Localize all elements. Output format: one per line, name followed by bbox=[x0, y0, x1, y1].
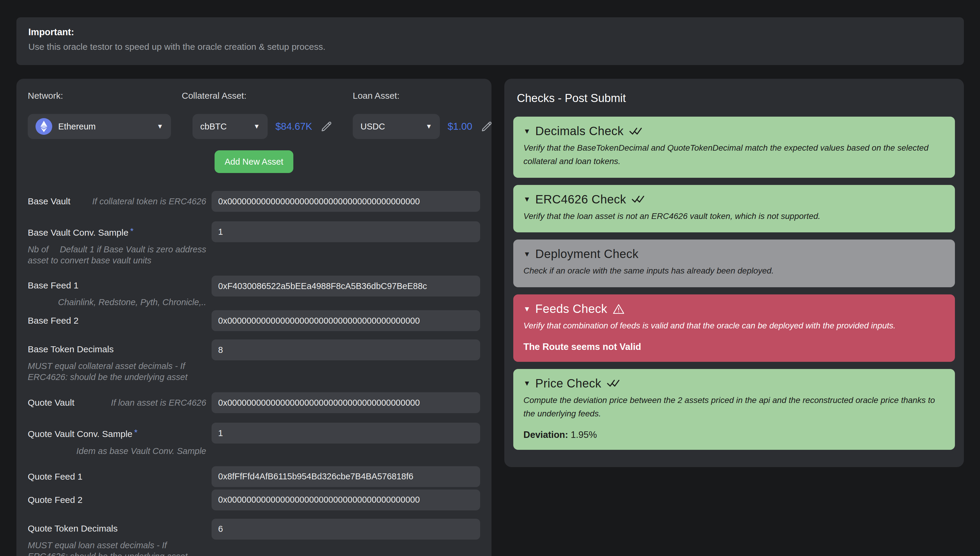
loan-label: Loan Asset: bbox=[353, 91, 493, 101]
checks-title: Checks - Post Submit bbox=[517, 92, 955, 105]
form-row-quote-vault: Quote Vault If loan asset is ERC4626 bbox=[28, 392, 480, 413]
edit-price-icon[interactable] bbox=[320, 120, 333, 133]
quote-vault-conv-label: Quote Vault Conv. Sample bbox=[28, 429, 133, 439]
check-card-erc4626[interactable]: ▼ ERC4626 Check Verify that the loan ass… bbox=[513, 185, 955, 233]
base-feed-1-input[interactable] bbox=[212, 276, 480, 296]
chevron-down-icon: ▼ bbox=[524, 195, 530, 204]
double-check-icon bbox=[631, 194, 645, 204]
chevron-down-icon: ▼ bbox=[524, 127, 530, 136]
base-vault-label: Base Vault bbox=[28, 196, 70, 207]
check-card-title: ERC4626 Check bbox=[535, 193, 626, 206]
base-vault-conv-sample-input[interactable] bbox=[212, 221, 480, 242]
form-row-quote-feed-2: Quote Feed 2 bbox=[28, 490, 480, 510]
quote-vault-conv-sample-input[interactable] bbox=[212, 423, 480, 444]
check-card-description: Check if an oracle with the same inputs … bbox=[524, 264, 945, 278]
network-group: Network: Ethereum ▼ bbox=[28, 91, 171, 139]
double-check-icon bbox=[607, 378, 620, 388]
deviation-label: Deviation: bbox=[524, 430, 568, 440]
loan-select[interactable]: USDC ▼ bbox=[353, 114, 440, 139]
important-banner: Important: Use this oracle testor to spe… bbox=[16, 17, 964, 65]
quote-vault-conv-hint: Idem as base Vault Conv. Sample bbox=[28, 446, 206, 457]
base-vault-input[interactable] bbox=[212, 191, 480, 212]
chevron-down-icon: ▼ bbox=[425, 123, 432, 130]
form-row-base-token-decimals: Base Token Decimals MUST equal collatera… bbox=[28, 339, 480, 383]
chevron-down-icon: ▼ bbox=[524, 250, 530, 258]
deviation-value: 1.95% bbox=[571, 430, 597, 440]
ethereum-icon bbox=[36, 118, 52, 135]
warning-icon bbox=[613, 304, 624, 314]
check-card-description: Verify that the loan asset is not an ERC… bbox=[524, 210, 945, 223]
form-row-quote-feed-1: Quote Feed 1 bbox=[28, 466, 480, 487]
base-token-decimals-label: Base Token Decimals bbox=[28, 344, 114, 354]
base-vault-conv-hint-below: asset to convert base vault units bbox=[28, 255, 206, 266]
chevron-down-icon: ▼ bbox=[253, 123, 260, 130]
form-row-base-feed-1: Base Feed 1 Chainlink, Redstone, Pyth, C… bbox=[28, 276, 480, 308]
required-asterisk: * bbox=[130, 226, 133, 236]
check-card-feeds[interactable]: ▼ Feeds Check Verify that combination of… bbox=[513, 294, 955, 362]
form-row-base-vault-conv-sample: Base Vault Conv. Sample* Nb of Default 1… bbox=[28, 221, 480, 266]
quote-feed-1-input[interactable] bbox=[212, 466, 480, 487]
form-row-base-feed-2: Base Feed 2 bbox=[28, 310, 480, 331]
base-token-decimals-hint: MUST equal collateral asset decimals - I… bbox=[28, 360, 206, 383]
loan-value: USDC bbox=[361, 122, 385, 131]
network-value: Ethereum bbox=[58, 122, 96, 131]
price-check-result: Deviation: 1.95% bbox=[524, 430, 945, 440]
chevron-down-icon: ▼ bbox=[524, 305, 530, 313]
collateral-value: cbBTC bbox=[200, 122, 227, 131]
quote-vault-input[interactable] bbox=[212, 392, 480, 413]
required-asterisk: * bbox=[134, 428, 137, 437]
quote-vault-label: Quote Vault bbox=[28, 398, 74, 408]
chevron-down-icon: ▼ bbox=[524, 379, 530, 388]
collateral-group: Collateral Asset: cbBTC ▼ $84.67K bbox=[182, 91, 333, 139]
base-feed-2-label: Base Feed 2 bbox=[28, 315, 78, 326]
quote-token-decimals-input[interactable] bbox=[212, 519, 480, 540]
base-vault-conv-label: Base Vault Conv. Sample bbox=[28, 228, 128, 238]
network-select[interactable]: Ethereum ▼ bbox=[28, 114, 171, 139]
oracle-form-panel: Network: Ethereum ▼ bbox=[16, 79, 492, 556]
checks-panel: Checks - Post Submit ▼ Decimals Check Ve… bbox=[505, 79, 964, 467]
base-vault-hint: If collateral token is ERC4626 bbox=[92, 196, 206, 207]
quote-vault-hint: If loan asset is ERC4626 bbox=[111, 397, 206, 408]
base-token-decimals-input[interactable] bbox=[212, 339, 480, 360]
network-label: Network: bbox=[28, 91, 171, 101]
check-card-description: Verify that the BaseTokenDecimal and Quo… bbox=[524, 141, 945, 168]
base-feed-1-label: Base Feed 1 bbox=[28, 280, 78, 290]
banner-subtitle: Use this oracle testor to speed up with … bbox=[28, 42, 952, 52]
chevron-down-icon: ▼ bbox=[157, 123, 163, 130]
base-vault-conv-hint-left: Nb of bbox=[28, 244, 49, 255]
double-check-icon bbox=[629, 126, 643, 136]
collateral-label: Collateral Asset: bbox=[182, 91, 333, 101]
check-card-title: Deployment Check bbox=[535, 247, 639, 261]
check-card-decimals[interactable]: ▼ Decimals Check Verify that the BaseTok… bbox=[513, 116, 955, 178]
check-card-title: Feeds Check bbox=[535, 302, 607, 315]
feeds-check-result: The Route seems not Valid bbox=[524, 341, 945, 352]
quote-feed-2-label: Quote Feed 2 bbox=[28, 495, 82, 505]
base-feed-1-hint: Chainlink, Redstone, Pyth, Chronicle,.. bbox=[28, 297, 206, 308]
collateral-price: $84.67K bbox=[275, 121, 312, 132]
check-card-deployment[interactable]: ▼ Deployment Check Check if an oracle wi… bbox=[513, 239, 955, 287]
collateral-select[interactable]: cbBTC ▼ bbox=[192, 114, 268, 139]
quote-token-decimals-hint: MUST equal loan asset decimals - If ERC4… bbox=[28, 540, 206, 556]
check-card-title: Decimals Check bbox=[535, 124, 624, 138]
quote-feed-1-label: Quote Feed 1 bbox=[28, 472, 82, 482]
base-feed-2-input[interactable] bbox=[212, 310, 480, 331]
edit-price-icon[interactable] bbox=[480, 120, 493, 133]
form-row-quote-token-decimals: Quote Token Decimals MUST equal loan ass… bbox=[28, 519, 480, 556]
check-card-description: Compute the deviation price between the … bbox=[524, 394, 945, 420]
form-row-quote-vault-conv-sample: Quote Vault Conv. Sample* Idem as base V… bbox=[28, 423, 480, 456]
loan-price: $1.00 bbox=[448, 121, 472, 132]
base-vault-conv-hint-right: Default 1 if Base Vault is zero address bbox=[60, 244, 206, 255]
quote-token-decimals-label: Quote Token Decimals bbox=[28, 524, 118, 533]
loan-group: Loan Asset: USDC ▼ $1.00 bbox=[353, 91, 493, 139]
form-row-base-vault: Base Vault If collateral token is ERC462… bbox=[28, 191, 480, 212]
check-card-title: Price Check bbox=[535, 377, 601, 390]
check-card-price[interactable]: ▼ Price Check Compute the deviation pric… bbox=[513, 369, 955, 450]
banner-title: Important: bbox=[28, 27, 952, 37]
add-new-asset-button[interactable]: Add New Asset bbox=[215, 150, 294, 173]
check-card-description: Verify that combination of feeds is vali… bbox=[524, 319, 945, 333]
quote-feed-2-input[interactable] bbox=[212, 490, 480, 510]
